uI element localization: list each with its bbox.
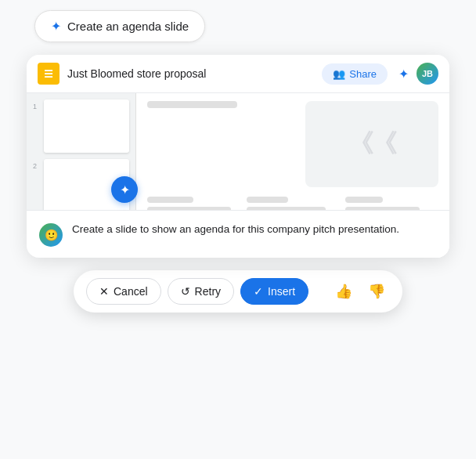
header-sparkle-icon: ✦ xyxy=(398,67,409,81)
kc-logo-text: 《《 xyxy=(348,127,395,161)
thumbs-up-icon: 👍 xyxy=(335,284,352,299)
bottom-toolbar: ✕ Cancel ↺ Retry ✓ Insert 👍 👎 xyxy=(74,270,402,313)
bar-c2-1 xyxy=(247,197,288,203)
thumbs-up-button[interactable]: 👍 xyxy=(330,280,357,303)
slide-num-2: 2 xyxy=(33,162,41,170)
insert-check-icon: ✓ xyxy=(254,285,263,298)
ai-chat-message: Create a slide to show an agenda for thi… xyxy=(72,222,399,237)
slides-app-icon: ☰ xyxy=(38,63,60,85)
share-label: Share xyxy=(349,68,377,80)
bar-c1-1 xyxy=(147,197,193,203)
ai-sparkle-icon: ✦ xyxy=(120,183,130,197)
retry-label: Retry xyxy=(195,285,221,298)
share-button[interactable]: 👥 Share xyxy=(322,63,388,85)
pill-label: Create an agenda slide xyxy=(67,20,189,33)
slides-header: ☰ Just Bloomed store proposal 👥 Share ✦ … xyxy=(27,55,449,93)
slides-icon-letter: ☰ xyxy=(44,68,53,80)
retry-icon: ↺ xyxy=(181,285,190,298)
sparkle-icon: ✦ xyxy=(51,19,61,34)
slide-image-placeholder: 《《 xyxy=(305,101,438,187)
user-avatar: JB xyxy=(416,63,438,85)
slide-thumb-1[interactable]: 1 xyxy=(33,99,129,153)
ai-chat-avatar: 🙂 xyxy=(39,223,63,247)
cancel-label: Cancel xyxy=(114,285,148,298)
scene: ✦ Create an agenda slide ☰ Just Bloomed … xyxy=(11,10,465,449)
slide-placeholder-bar-1 xyxy=(147,101,237,108)
top-pill-button[interactable]: ✦ Create an agenda slide xyxy=(34,10,205,42)
thumbs-down-icon: 👎 xyxy=(368,284,385,299)
thumbs-down-button[interactable]: 👎 xyxy=(363,280,390,303)
ai-trigger-button[interactable]: ✦ xyxy=(111,176,138,203)
insert-button[interactable]: ✓ Insert xyxy=(240,278,308,305)
share-people-icon: 👥 xyxy=(333,68,345,80)
slides-doc-title: Just Bloomed store proposal xyxy=(67,67,314,80)
slide-num-1: 1 xyxy=(33,103,41,110)
retry-button[interactable]: ↺ Retry xyxy=(168,278,234,305)
bar-c3-1 xyxy=(345,197,382,203)
ai-avatar-img: 🙂 xyxy=(45,229,58,241)
slide-preview-1 xyxy=(44,99,129,153)
cancel-button[interactable]: ✕ Cancel xyxy=(86,278,161,305)
ai-chat-overlay: 🙂 Create a slide to show an agenda for t… xyxy=(27,210,449,258)
cancel-icon: ✕ xyxy=(99,285,109,298)
main-card: ☰ Just Bloomed store proposal 👥 Share ✦ … xyxy=(27,55,449,258)
insert-label: Insert xyxy=(268,285,295,298)
